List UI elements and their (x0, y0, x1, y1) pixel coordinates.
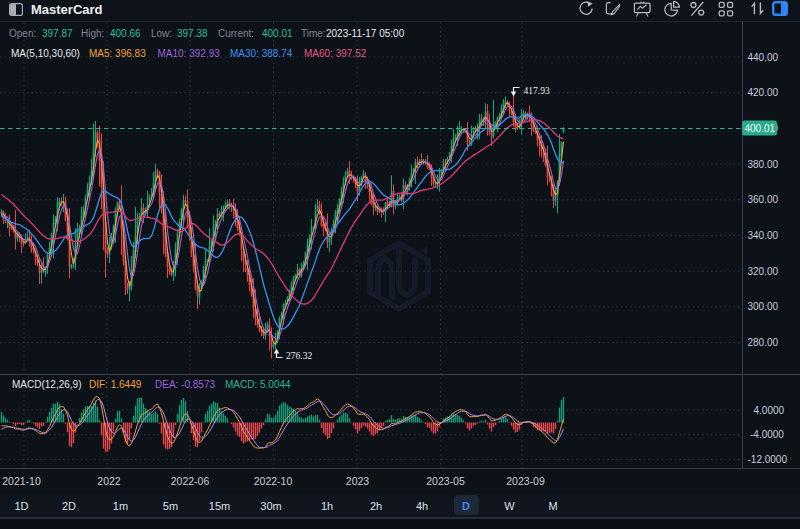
svg-text:280.00: 280.00 (748, 337, 779, 348)
svg-text:320.00: 320.00 (748, 266, 779, 277)
svg-text:4.0000: 4.0000 (754, 405, 785, 416)
svg-text:400.01: 400.01 (745, 123, 776, 134)
svg-text:417.93: 417.93 (524, 86, 550, 96)
svg-text:440.00: 440.00 (748, 52, 779, 63)
svg-text:420.00: 420.00 (748, 87, 779, 98)
svg-text:276.32: 276.32 (286, 351, 312, 361)
svg-text:-4.0000: -4.0000 (750, 429, 784, 440)
svg-text:380.00: 380.00 (748, 159, 779, 170)
svg-text:360.00: 360.00 (748, 194, 779, 205)
svg-text:-12.0000: -12.0000 (748, 454, 788, 465)
svg-text:340.00: 340.00 (748, 230, 779, 241)
svg-text:300.00: 300.00 (748, 301, 779, 312)
